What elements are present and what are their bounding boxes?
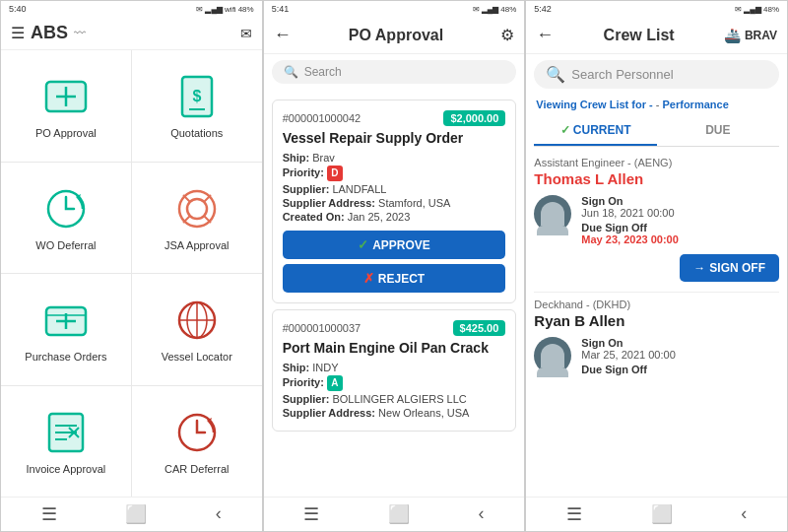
po-supplier-1: Supplier: LANDFALL <box>283 183 506 195</box>
crew-avatar-1 <box>534 195 571 233</box>
sign-on-value-1: Jun 18, 2021 00:00 <box>581 207 779 219</box>
sign-on-row-1: Sign On Jun 18, 2021 00:00 <box>581 195 779 219</box>
tab-due[interactable]: DUE <box>657 116 779 146</box>
wo-deferral-icon <box>41 184 91 233</box>
nav-menu-icon[interactable]: ☰ <box>41 503 57 525</box>
email-icon[interactable]: ✉ <box>240 26 252 41</box>
po-approval-title: PO Approval <box>349 27 443 44</box>
nav-home-icon-2[interactable]: ⬜ <box>388 503 410 525</box>
back-button-2[interactable]: ← <box>274 25 292 45</box>
po-supplier-address-2: Supplier Address: New Orleans, USA <box>283 407 506 419</box>
po-priority-2: Priority: A <box>283 375 506 391</box>
filter-icon[interactable]: ⚙ <box>500 26 514 44</box>
app-item-quotations[interactable]: $ Quotations <box>132 50 262 162</box>
svg-line-11 <box>183 195 190 202</box>
purchase-orders-label: Purchase Orders <box>25 351 106 363</box>
quotations-icon: $ <box>172 72 222 121</box>
car-deferral-label: CAR Deferral <box>164 463 229 475</box>
panel-crew-list: 5:42 ✉ ▂▄▆ 48% ← Crew List 🚢 BRAV 🔍 Sear… <box>525 0 788 532</box>
status-icons-2: ✉ ▂▄▆ 48% <box>473 5 517 14</box>
abs-title: ABS <box>31 23 68 43</box>
wifi-icon-1: wifi <box>225 5 236 14</box>
nav-home-icon[interactable]: ⬜ <box>125 503 147 525</box>
crew-role-2: Deckhand - (DKHD) <box>534 299 779 310</box>
due-sign-off-value-1: May 23, 2023 00:00 <box>581 233 779 245</box>
crew-avatar-2 <box>534 337 571 374</box>
status-bar-1: 5:40 ✉ ▂▄▆ wifi 48% <box>1 1 262 17</box>
jsa-approval-label: JSA Approval <box>164 239 229 251</box>
crew-info-1: Sign On Jun 18, 2021 00:00 Due Sign Off … <box>581 195 779 248</box>
check-icon: ✓ <box>358 237 368 252</box>
app-item-jsa-approval[interactable]: JSA Approval <box>132 163 262 274</box>
jsa-approval-icon <box>172 184 222 233</box>
svg-line-12 <box>204 195 211 202</box>
app-item-vessel-locator[interactable]: Vessel Locator <box>132 274 262 385</box>
back-button-3[interactable]: ← <box>536 25 554 45</box>
nav-home-icon-3[interactable]: ⬜ <box>651 503 673 525</box>
nav-back-icon-3[interactable]: ‹ <box>741 503 747 525</box>
approve-button[interactable]: ✓ APPROVE <box>283 231 506 259</box>
nav-back-icon-2[interactable]: ‹ <box>479 503 485 525</box>
po-amount-2: $425.00 <box>453 320 506 336</box>
signal-icon-3: ▂▄▆ <box>744 5 761 14</box>
tab-current[interactable]: ✓ CURRENT <box>534 116 656 146</box>
svg-line-13 <box>183 216 190 223</box>
po-number-1: #000001000042 <box>283 112 361 124</box>
crew-search-bar[interactable]: 🔍 Search Personnel <box>534 60 779 89</box>
due-sign-off-row-2: Due Sign Off <box>581 364 779 375</box>
panel-po-approval: 5:41 ✉ ▂▄▆ 48% ← PO Approval ⚙ 🔍 Search … <box>263 0 526 532</box>
po-ship-1: Ship: Brav <box>283 152 506 164</box>
due-sign-off-row-1: Due Sign Off May 23, 2023 00:00 <box>581 222 779 245</box>
vessel-locator-icon <box>172 296 222 345</box>
status-bar-3: 5:42 ✉ ▂▄▆ 48% <box>526 1 787 17</box>
sign-on-label-2: Sign On <box>581 337 779 349</box>
nav-menu-icon-3[interactable]: ☰ <box>566 503 582 525</box>
po-priority-1: Priority: D <box>283 166 506 181</box>
crew-search-input[interactable]: Search Personnel <box>571 67 673 82</box>
po-actions-1: ✓ APPROVE ✗ REJECT <box>283 231 506 293</box>
app-item-wo-deferral[interactable]: WO Deferral <box>1 163 131 274</box>
battery-2: 48% <box>500 5 516 14</box>
search-icon-2: 🔍 <box>284 65 298 79</box>
x-icon: ✗ <box>363 271 374 286</box>
viewing-vessel: Performance <box>663 99 729 110</box>
sign-off-button[interactable]: → SIGN OFF <box>680 254 779 282</box>
quotations-label: Quotations <box>170 127 223 139</box>
po-supplier-2: Supplier: BOLLINGER ALGIERS LLC <box>283 393 506 405</box>
crew-row-1: Sign On Jun 18, 2021 00:00 Due Sign Off … <box>534 195 779 248</box>
avatar-inner-2 <box>541 344 564 367</box>
bottom-nav-2: ☰ ⬜ ‹ <box>264 497 525 531</box>
mail-icon-2: ✉ <box>473 5 480 14</box>
app-item-po-approval[interactable]: PO Approval <box>1 50 131 162</box>
po-search-bar[interactable]: 🔍 Search <box>272 60 517 84</box>
time-2: 5:41 <box>272 4 290 14</box>
signal-icon-2: ▂▄▆ <box>482 5 499 14</box>
app-item-car-deferral[interactable]: CAR Deferral <box>132 386 262 498</box>
crew-role-1: Assistant Engineer - (AENG) <box>534 157 779 168</box>
wifi-icon: 〰 <box>74 27 86 40</box>
po-approval-icon <box>41 72 91 121</box>
po-ship-2: Ship: INDY <box>283 362 506 373</box>
status-icons-1: ✉ ▂▄▆ wifi 48% <box>196 5 253 14</box>
crew-list-header: ← Crew List 🚢 BRAV <box>526 17 787 54</box>
po-number-2: #000001000037 <box>283 322 361 334</box>
app-grid: PO Approval $ Quotations <box>1 50 262 497</box>
due-sign-off-label-2: Due Sign Off <box>581 364 779 375</box>
po-approval-header: ← PO Approval ⚙ <box>264 17 525 54</box>
nav-back-icon[interactable]: ‹ <box>216 503 222 525</box>
purchase-orders-icon <box>41 296 91 345</box>
app-item-purchase-orders[interactable]: Purchase Orders <box>1 274 131 385</box>
po-title-1: Vessel Repair Supply Order <box>283 130 506 146</box>
search-input-2[interactable]: Search <box>304 65 505 79</box>
app-item-invoice-approval[interactable]: Invoice Approval <box>1 386 131 498</box>
hamburger-icon[interactable]: ☰ <box>11 24 25 42</box>
po-card-2: #000001000037 $425.00 Port Main Engine O… <box>272 309 517 432</box>
check-icon-tab: ✓ <box>560 123 573 137</box>
reject-button[interactable]: ✗ REJECT <box>283 264 506 293</box>
po-approval-label: PO Approval <box>35 127 97 139</box>
crew-info-2: Sign On Mar 25, 2021 00:00 Due Sign Off <box>581 337 779 378</box>
nav-menu-icon-2[interactable]: ☰ <box>303 503 319 525</box>
sign-on-value-2: Mar 25, 2021 00:00 <box>581 349 779 361</box>
wo-deferral-label: WO Deferral <box>35 239 96 251</box>
abs-header: ☰ ABS 〰 ✉ <box>1 17 262 50</box>
